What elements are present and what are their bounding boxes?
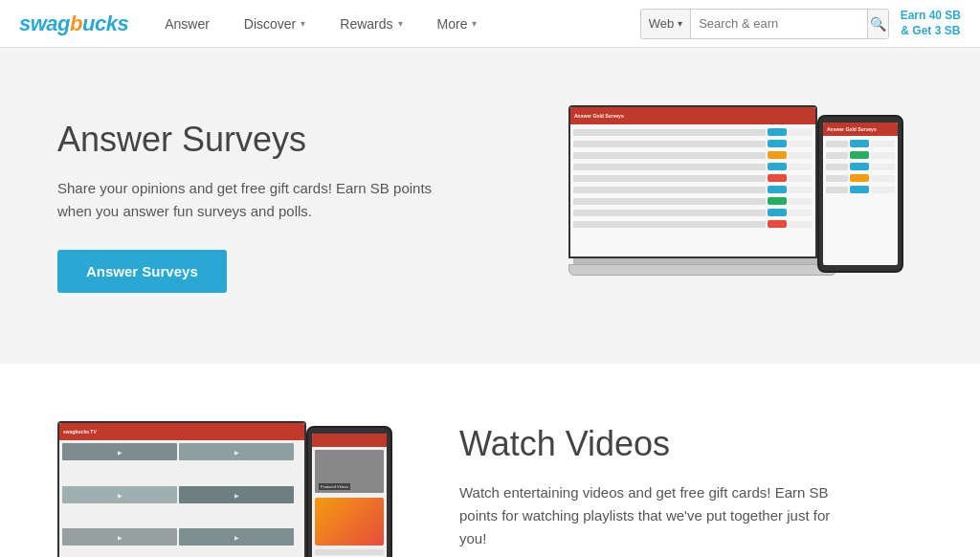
chevron-down-icon: ▾ [472,18,477,29]
video-screen-header: swagbucks TV [59,423,304,440]
search-icon: 🔍 [870,16,886,32]
row-badge [850,140,869,147]
videos-text-block: Watch Videos Watch entertaining videos a… [459,424,923,558]
row-badge [768,186,787,193]
row-label [826,175,848,182]
surveys-title: Answer Surveys [57,120,521,160]
screen-row [573,173,813,183]
row-label [573,141,766,147]
phone-screen: Answer Gold Surveys [823,123,898,265]
row-val [789,152,813,159]
logo[interactable]: swagbucks [19,11,128,36]
earn-cta-link[interactable]: Earn 40 SB& Get 3 SB [901,9,961,38]
earn-cta-text: Earn 40 SB& Get 3 SB [901,9,961,37]
row-label [573,187,766,193]
videos-description: Watch entertaining videos and get free g… [459,481,842,550]
screen-row [826,185,895,194]
search-button[interactable]: 🔍 [867,10,888,38]
row-val [789,210,813,216]
row-val [871,141,895,147]
row-label [826,152,848,159]
surveys-description: Share your opinions and get free gift ca… [57,177,440,223]
row-val [789,198,813,205]
search-type-label: Web [649,16,675,31]
video-thumb-2 [179,443,294,460]
row-badge [768,174,787,182]
laptop-base [568,264,836,276]
nav-discover[interactable]: Discover ▾ [227,0,323,48]
search-area: Web ▾ 🔍 [640,9,889,39]
video-thumb-1 [62,443,177,460]
row-badge [768,151,787,159]
screen-row [573,219,813,229]
row-label [573,164,766,170]
row-badge [850,163,869,170]
search-type-dropdown[interactable]: Web ▾ [641,10,692,38]
row-val [871,187,895,193]
row-badge [850,174,869,182]
videos-image-block: swagbucks TV [57,412,421,557]
row-label [573,152,766,159]
row-badge [850,151,869,159]
screen-row [573,185,813,194]
row-badge [768,220,787,228]
row-label [826,187,848,193]
video-thumb-5 [62,528,177,546]
row-val [789,187,813,193]
row-badge [850,186,869,193]
row-label [573,221,766,228]
chevron-down-icon: ▾ [398,18,403,29]
row-label [573,198,766,205]
videos-device-mockup: swagbucks TV [57,412,402,557]
video-phone-content [312,434,387,557]
video-thumb-3 [62,486,177,503]
phone-screen-content: Answer Gold Surveys [823,123,898,265]
video-thumb-6 [179,528,294,546]
screen-header-text: Answer Gold Surveys [574,113,624,119]
row-badge [768,197,787,205]
nav-more[interactable]: More ▾ [420,0,495,48]
row-val [871,152,895,159]
row-label [573,129,766,136]
nav-rewards[interactable]: Rewards ▾ [323,0,419,48]
surveys-section: Answer Surveys Share your opinions and g… [0,48,980,364]
surveys-image-block: Answer Gold Surveys [559,96,923,316]
search-input[interactable] [691,10,867,38]
screen-row [826,162,895,171]
row-val [871,175,895,182]
row-badge [768,163,787,170]
nav-answer-label: Answer [165,16,210,32]
video-phone-screen [312,434,387,557]
navigation: swagbucks Answer Discover ▾ Rewards ▾ Mo… [0,0,980,48]
laptop-screen-content: Answer Gold Surveys [570,107,815,256]
nav-more-label: More [437,16,468,32]
video-header-text: swagbucks TV [63,429,97,434]
row-badge [768,209,787,216]
video-thumbnails [62,443,301,557]
nav-answer[interactable]: Answer [147,0,227,48]
videos-section: swagbucks TV [0,364,980,557]
nav-items: Answer Discover ▾ Rewards ▾ More ▾ [147,0,639,48]
surveys-text-block: Answer Surveys Share your opinions and g… [57,120,559,293]
nav-discover-label: Discover [244,16,296,32]
row-label [573,175,766,182]
nav-rewards-label: Rewards [340,16,392,32]
phone-device: Answer Gold Surveys [817,115,903,273]
chevron-down-icon: ▾ [301,18,305,29]
phone-header-text: Answer Gold Surveys [827,126,877,132]
screen-row [573,208,813,217]
row-val [789,175,813,182]
chevron-down-icon: ▾ [678,18,682,29]
screen-row [573,196,813,206]
answer-surveys-button[interactable]: Answer Surveys [57,250,227,293]
video-phone-featured [315,450,384,493]
row-label [826,164,848,170]
row-val [789,221,813,228]
row-val [789,164,813,170]
surveys-device-mockup: Answer Gold Surveys [568,96,913,316]
phone-screen-rows [823,136,898,265]
screen-rows [570,124,815,256]
video-phone-title [315,549,384,555]
video-phone-person [315,498,384,546]
row-val [789,141,813,147]
